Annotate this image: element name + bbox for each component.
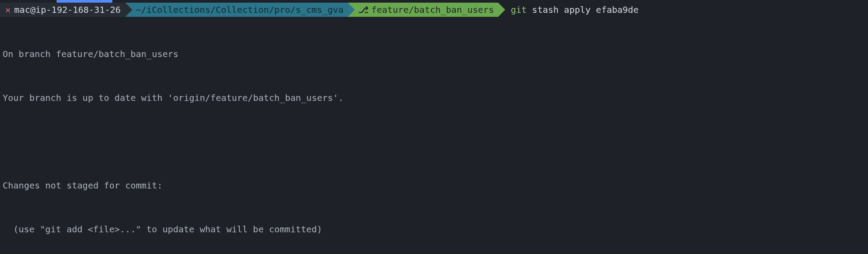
- blank-line: [3, 135, 865, 149]
- status-branch-line: On branch feature/batch_ban_users: [3, 47, 865, 62]
- segment-arrow-icon: [498, 3, 505, 17]
- changes-header: Changes not staged for commit:: [3, 178, 865, 193]
- prompt-path-segment: ~/iCollections/Collection/pro/s_cms_gva: [125, 3, 348, 17]
- prompt-user-host-segment: ✕ mac@ip-192-168-31-26: [0, 3, 125, 17]
- close-icon: ✕: [5, 3, 11, 17]
- hint-add: (use "git add <file>..." to update what …: [3, 222, 865, 237]
- git-branch-icon: ⎇: [358, 3, 369, 17]
- git-command: git: [511, 3, 526, 17]
- user-host-text: mac@ip-192-168-31-26: [14, 3, 121, 17]
- git-args: stash apply efaba9de: [527, 3, 639, 17]
- command-input-area[interactable]: git stash apply efaba9de: [498, 3, 638, 17]
- prompt-branch-segment: ⎇ feature/batch_ban_users: [348, 3, 498, 17]
- terminal-output[interactable]: On branch feature/batch_ban_users Your b…: [0, 17, 868, 254]
- path-text: ~/iCollections/Collection/pro/s_cms_gva: [136, 3, 344, 17]
- segment-arrow-icon: [348, 3, 355, 17]
- branch-text: feature/batch_ban_users: [371, 3, 494, 17]
- status-uptodate-line: Your branch is up to date with 'origin/f…: [3, 91, 865, 105]
- segment-arrow-icon: [125, 3, 132, 17]
- prompt-line[interactable]: ✕ mac@ip-192-168-31-26 ~/iCollections/Co…: [0, 3, 868, 17]
